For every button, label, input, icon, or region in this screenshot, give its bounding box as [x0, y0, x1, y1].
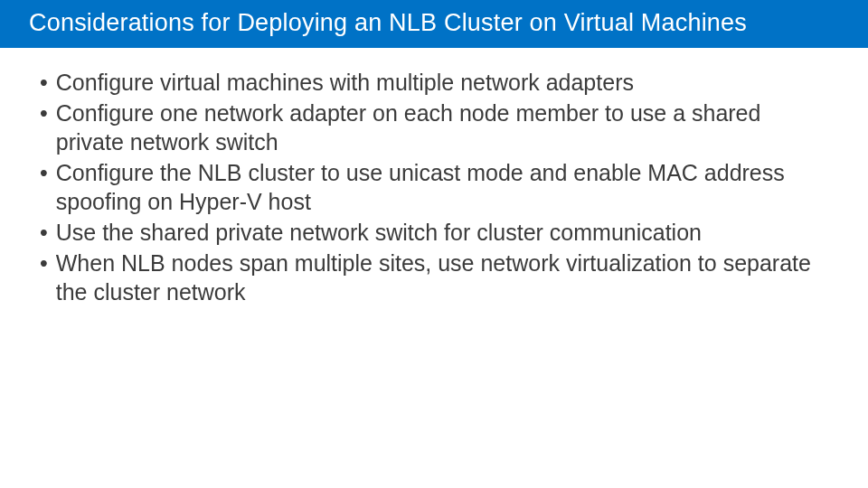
slide-content: • Configure virtual machines with multip…: [0, 48, 868, 306]
bullet-text: Configure the NLB cluster to use unicast…: [56, 158, 832, 216]
bullet-item: • Configure virtual machines with multip…: [40, 68, 832, 97]
bullet-text: Configure one network adapter on each no…: [56, 99, 832, 156]
bullet-dot-icon: •: [40, 218, 56, 247]
bullet-dot-icon: •: [40, 68, 56, 97]
bullet-item: • Configure the NLB cluster to use unica…: [40, 158, 832, 216]
bullet-item: • Configure one network adapter on each …: [40, 99, 832, 156]
bullet-text: Configure virtual machines with multiple…: [56, 68, 832, 97]
bullet-item: • Use the shared private network switch …: [40, 218, 832, 247]
bullet-dot-icon: •: [40, 249, 56, 306]
bullet-dot-icon: •: [40, 99, 56, 156]
bullet-text: When NLB nodes span multiple sites, use …: [56, 249, 832, 306]
slide-title: Considerations for Deploying an NLB Clus…: [29, 9, 747, 36]
bullet-item: • When NLB nodes span multiple sites, us…: [40, 249, 832, 306]
bullet-text: Use the shared private network switch fo…: [56, 218, 832, 247]
slide-title-bar: Considerations for Deploying an NLB Clus…: [0, 0, 868, 48]
bullet-dot-icon: •: [40, 158, 56, 216]
